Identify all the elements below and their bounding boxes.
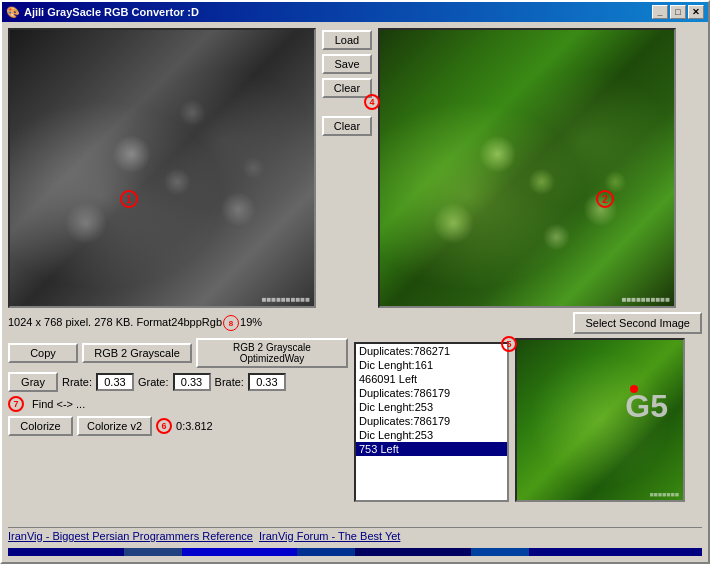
g5-watermark: G5 — [625, 388, 668, 425]
find-label: Find <-> ... — [32, 398, 85, 410]
duplicates-listbox[interactable]: Duplicates:786271 Dic Lenght:161 466091 … — [354, 342, 509, 502]
colorize2-button[interactable]: Colorize v2 — [77, 416, 152, 436]
link2[interactable]: IranVig Forum - The Best Yet — [259, 530, 400, 542]
right-preview: G5 ■■■■■■■ — [515, 338, 685, 502]
select-second-button[interactable]: Select Second Image — [573, 312, 702, 334]
list-area: 5 Duplicates:786271 Dic Lenght:161 46609… — [354, 338, 509, 502]
rrate-label: Rrate: — [62, 376, 92, 388]
middle-buttons: Load Save Clear 4 Clear — [322, 28, 372, 308]
progress-seg-5 — [355, 548, 471, 556]
circle7-annotation: 7 — [8, 396, 24, 412]
status-bar: IranVig - Biggest Persian Programmers Re… — [8, 527, 702, 542]
clear2-button[interactable]: Clear — [322, 116, 372, 136]
maximize-button[interactable]: □ — [670, 5, 686, 19]
right-img-label: ■■■■■■■■■■ — [622, 295, 670, 304]
link1[interactable]: IranVig - Biggest Persian Programmers Re… — [8, 530, 253, 542]
button-row-1: Copy RGB 2 Grayscale RGB 2 Grayscale Opt… — [8, 338, 348, 368]
progress-seg-4 — [297, 548, 355, 556]
circle6-container: 6 0:3.812 — [156, 418, 213, 434]
list-item[interactable]: 466091 Left — [356, 372, 507, 386]
grate-input[interactable] — [173, 373, 211, 391]
main-window: 🎨 Ajili GraySacle RGB Convertor :D _ □ ✕… — [0, 0, 710, 564]
progress-seg-1 — [8, 548, 124, 556]
rrate-input[interactable] — [96, 373, 134, 391]
list-item[interactable]: Duplicates:786179 — [356, 386, 507, 400]
copy-button[interactable]: Copy — [8, 343, 78, 363]
rgb2gray-button[interactable]: RGB 2 Grayscale — [82, 343, 192, 363]
list-item-selected[interactable]: 753 Left — [356, 442, 507, 456]
list-item[interactable]: Duplicates:786179 — [356, 414, 507, 428]
left-image-panel: ■■■■■■■■■■ 1 — [8, 28, 316, 308]
title-bar: 🎨 Ajili GraySacle RGB Convertor :D _ □ ✕ — [2, 2, 708, 22]
color-image: ■■■■■■■■■■ — [380, 30, 674, 306]
save-button[interactable]: Save — [322, 54, 372, 74]
rate-row: Gray Rrate: Grate: Brate: — [8, 372, 348, 392]
colorize-value: 0:3.812 — [176, 420, 213, 432]
grayscale-image: ■■■■■■■■■■ — [10, 30, 314, 306]
brate-label: Brate: — [215, 376, 244, 388]
preview-label: ■■■■■■■ — [649, 491, 679, 498]
load-button[interactable]: Load — [322, 30, 372, 50]
title-bar-text: 🎨 Ajili GraySacle RGB Convertor :D — [6, 6, 199, 19]
progress-bar — [8, 548, 702, 556]
colorize-row: Colorize Colorize v2 6 0:3.812 — [8, 416, 348, 436]
percent-circle: 8 — [223, 315, 239, 331]
circle7-container: 7 — [8, 396, 24, 412]
gray-button[interactable]: Gray — [8, 372, 58, 392]
rgb2gray-opt-button[interactable]: RGB 2 Grayscale OptimizedWay — [196, 338, 348, 368]
app-icon: 🎨 — [6, 6, 20, 19]
right-panel: ■■■■■■■■■■ 2 — [378, 28, 676, 308]
grate-label: Grate: — [138, 376, 169, 388]
right-image-panel: ■■■■■■■■■■ 2 — [378, 28, 676, 308]
left-img-label: ■■■■■■■■■■ — [262, 295, 310, 304]
annotation-1: 1 — [120, 190, 138, 208]
clear1-button[interactable]: Clear — [322, 78, 372, 98]
close-button[interactable]: ✕ — [688, 5, 704, 19]
preview-image-box: G5 ■■■■■■■ — [515, 338, 685, 502]
progress-seg-2 — [124, 548, 182, 556]
find-row: 7 Find <-> ... — [8, 396, 348, 412]
bottom-section: Copy RGB 2 Grayscale RGB 2 Grayscale Opt… — [8, 338, 702, 502]
window-body: ■■■■■■■■■■ 1 Load Save Clear 4 Clear — [2, 22, 708, 562]
list-item[interactable]: Dic Lenght:253 — [356, 400, 507, 414]
colorize-button[interactable]: Colorize — [8, 416, 73, 436]
list-item[interactable]: Duplicates:786271 — [356, 344, 507, 358]
circle6-annotation: 6 — [156, 418, 172, 434]
annotation-2: 2 — [596, 190, 614, 208]
circle5-annotation: 5 — [501, 336, 517, 352]
progress-seg-7 — [529, 548, 703, 556]
window-controls: _ □ ✕ — [652, 5, 704, 19]
left-controls: Copy RGB 2 Grayscale RGB 2 Grayscale Opt… — [8, 338, 348, 502]
list-item[interactable]: Dic Lenght:253 — [356, 428, 507, 442]
pixel-info: 1024 x 768 pixel. 278 KB. Format24bppRgb… — [8, 315, 565, 331]
list-item[interactable]: Dic Lenght:161 — [356, 358, 507, 372]
minimize-button[interactable]: _ — [652, 5, 668, 19]
window-title: Ajili GraySacle RGB Convertor :D — [24, 6, 199, 18]
progress-seg-3 — [182, 548, 298, 556]
circle4-annotation: 4 — [364, 94, 380, 110]
top-section: ■■■■■■■■■■ 1 Load Save Clear 4 Clear — [8, 28, 702, 308]
info-row: 1024 x 768 pixel. 278 KB. Format24bppRgb… — [8, 312, 702, 334]
progress-seg-6 — [471, 548, 529, 556]
brate-input[interactable] — [248, 373, 286, 391]
